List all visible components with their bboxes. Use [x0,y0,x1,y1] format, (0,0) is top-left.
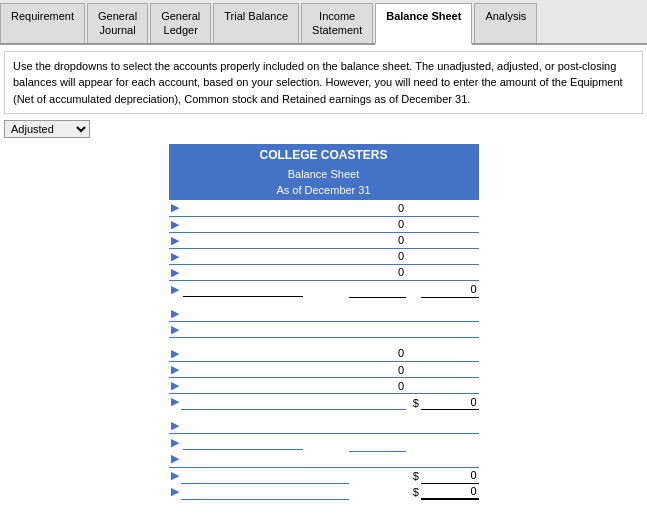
value-cell[interactable] [349,394,407,410]
table-row: ▶ [169,322,479,338]
account-input[interactable] [181,434,349,452]
account-input[interactable] [181,216,349,232]
table-row: ▶ [169,264,479,280]
account-input[interactable] [181,306,349,322]
table-row: ▶ [169,232,479,248]
account-input[interactable] [181,346,349,362]
account-input[interactable] [181,264,349,280]
sheet-subtitle: As of December 31 [169,182,479,200]
balance-sheet-container: COLLEGE COASTERS Balance Sheet As of Dec… [169,144,479,500]
dropdown-row: Unadjusted Adjusted Post-closing [4,120,643,138]
tab-general-ledger[interactable]: GeneralLedger [150,3,211,43]
spacer-row [169,410,479,418]
balance-type-dropdown[interactable]: Unadjusted Adjusted Post-closing [4,120,90,138]
value-cell[interactable] [349,248,407,264]
table-row: ▶ [169,434,479,452]
balance-sheet-table: ▶ ▶ ▶ ▶ [169,200,479,500]
row-arrow: ▶ [169,451,182,467]
row-arrow: ▶ [169,322,182,338]
table-row: ▶ [169,306,479,322]
value-cell[interactable] [349,216,407,232]
total-dollar-cell[interactable] [421,394,479,410]
value-cell[interactable] [349,232,407,248]
row-arrow: ▶ [169,434,182,452]
row-arrow: ▶ [169,248,182,264]
row-arrow: ▶ [169,467,182,483]
dollar-sign: $ [406,467,421,483]
account-input[interactable] [181,322,349,338]
value-cell[interactable] [349,280,407,298]
account-input[interactable] [181,248,349,264]
account-input[interactable] [181,483,349,499]
dollar-sign: $ [406,394,421,410]
spacer-row [169,338,479,346]
table-row: ▶ $ [169,394,479,410]
table-row: ▶ [169,280,479,298]
value-cell[interactable] [349,434,407,452]
row-arrow: ▶ [169,232,182,248]
value-cell[interactable] [349,451,407,467]
value-cell[interactable] [349,322,407,338]
table-row: ▶ [169,378,479,394]
account-input[interactable] [181,200,349,216]
table-row: ▶ [169,216,479,232]
table-row: ▶ [169,346,479,362]
value-cell[interactable] [349,483,407,499]
account-input[interactable] [181,418,349,434]
row-arrow: ▶ [169,264,182,280]
total-dollar-cell[interactable] [421,467,479,483]
value-cell[interactable] [349,264,407,280]
account-input[interactable] [181,280,349,298]
instruction-text: Use the dropdowns to select the accounts… [13,60,623,105]
tab-bar: Requirement GeneralJournal GeneralLedger… [0,0,647,45]
table-row: ▶ [169,418,479,434]
account-input[interactable] [181,378,349,394]
value-cell[interactable] [349,346,407,362]
table-row: ▶ [169,248,479,264]
tab-trial-balance[interactable]: Trial Balance [213,3,299,43]
tab-balance-sheet[interactable]: Balance Sheet [375,3,472,45]
row-arrow: ▶ [169,306,182,322]
account-input[interactable] [181,394,349,410]
row-arrow: ▶ [169,418,182,434]
value-cell[interactable] [349,378,407,394]
row-arrow: ▶ [169,362,182,378]
table-row: ▶ $ [169,483,479,499]
row-arrow: ▶ [169,378,182,394]
account-input[interactable] [181,232,349,248]
row-arrow: ▶ [169,483,182,499]
tab-requirement[interactable]: Requirement [0,3,85,43]
value-cell[interactable] [349,306,407,322]
account-input[interactable] [181,467,349,483]
table-row: ▶ [169,362,479,378]
table-row: ▶ [169,200,479,216]
row-arrow: ▶ [169,346,182,362]
value-cell[interactable] [349,200,407,216]
company-name: COLLEGE COASTERS [169,144,479,166]
account-input[interactable] [181,362,349,378]
row-arrow: ▶ [169,280,182,298]
dollar-sign: $ [406,483,421,499]
instruction-box: Use the dropdowns to select the accounts… [4,51,643,115]
row-arrow: ▶ [169,200,182,216]
row-arrow: ▶ [169,394,182,410]
tab-general-journal[interactable]: GeneralJournal [87,3,148,43]
row-arrow: ▶ [169,216,182,232]
value-cell[interactable] [349,467,407,483]
value-cell[interactable] [349,362,407,378]
grand-total-cell[interactable] [421,483,479,499]
value-cell[interactable] [349,418,407,434]
total-cell[interactable] [421,280,479,298]
table-row: ▶ [169,451,479,467]
account-input[interactable] [181,451,349,467]
spacer-row [169,298,479,306]
table-row: ▶ $ [169,467,479,483]
sheet-title: Balance Sheet [169,166,479,182]
tab-analysis[interactable]: Analysis [474,3,537,43]
tab-income-statement[interactable]: IncomeStatement [301,3,373,43]
